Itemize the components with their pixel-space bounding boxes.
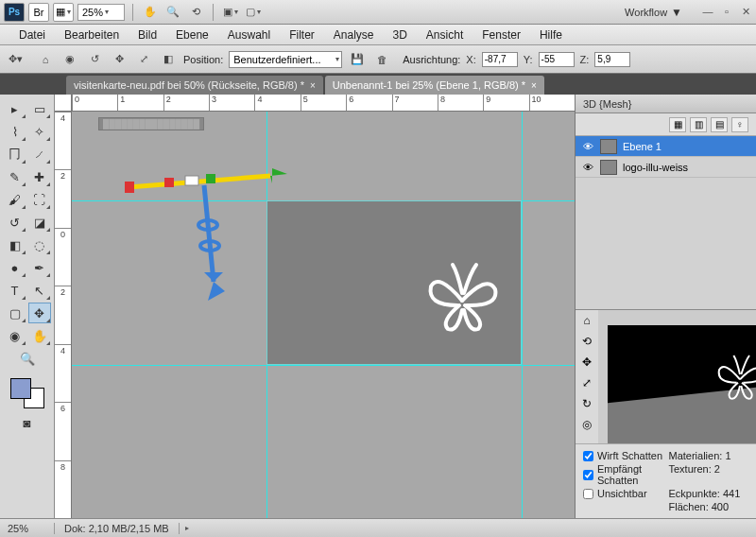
light-icon[interactable]: ♀ <box>731 117 748 132</box>
z-field[interactable]: 5,9 <box>594 52 630 67</box>
screenmode-icon[interactable]: ▢▾ <box>244 3 263 22</box>
preview-return-icon[interactable]: ⟲ <box>578 335 595 352</box>
menu-filter[interactable]: Filter <box>280 28 324 42</box>
app-bar: Ps Br ▦▾ 25%▾ ✋ 🔍 ⟲ ▣▾ ▢▾ Workflow ▼ — ▫… <box>0 0 756 25</box>
maximize-button[interactable]: ▫ <box>720 6 733 18</box>
stamp-tool[interactable]: ⛶ <box>28 189 51 210</box>
dodge-tool[interactable]: ● <box>4 257 26 278</box>
3d-manipulator[interactable] <box>119 159 289 320</box>
3d-preview[interactable] <box>598 310 756 443</box>
materials-count: Materialien: 1 <box>669 450 749 461</box>
preview-home-icon[interactable]: ⌂ <box>578 314 595 331</box>
menu-ansicht[interactable]: Ansicht <box>417 28 472 42</box>
eyedropper-tool[interactable]: ✎ <box>4 166 26 187</box>
panels-area: 3D {Mesh} ▦ ▥ ▤ ♀ 👁 Ebene 1 👁 logo-illu-… <box>575 95 756 518</box>
x-field[interactable]: -87,7 <box>482 52 518 67</box>
hand-tool[interactable]: ✋ <box>28 325 51 346</box>
status-menu-icon[interactable]: ▸ <box>180 524 195 532</box>
preview-scale-icon[interactable]: ⤢ <box>578 376 595 393</box>
heal-tool[interactable]: ✚ <box>28 166 51 187</box>
ruler-vertical[interactable]: 4202468 <box>55 112 72 518</box>
wand-tool[interactable]: ✧ <box>28 121 51 142</box>
save-icon[interactable]: 💾 <box>348 50 367 69</box>
preview-orbit-icon[interactable]: ◎ <box>578 418 595 435</box>
rotate-view-icon[interactable]: ⟲ <box>186 3 205 22</box>
visibility-icon[interactable]: 👁 <box>581 162 594 173</box>
document-tab[interactable]: visitenkarte-neu.pdf bei 50% (Rückseite,… <box>66 76 323 95</box>
current-tool-icon[interactable]: ✥▾ <box>6 50 25 69</box>
mesh-layer-row[interactable]: 👁 Ebene 1 <box>576 136 756 157</box>
preview-move-icon[interactable]: ✥ <box>578 355 595 372</box>
zoom-tool[interactable]: 🔍 <box>16 348 39 369</box>
crop-tool[interactable]: ⼌ <box>4 144 26 165</box>
mesh-layer-row[interactable]: 👁 logo-illu-weiss <box>576 157 756 178</box>
menu-3d[interactable]: 3D <box>384 28 417 42</box>
delete-icon[interactable]: 🗑 <box>372 50 391 69</box>
document-label: ████████████████ <box>98 117 204 130</box>
menu-datei[interactable]: Datei <box>9 28 55 42</box>
butterfly-artwork <box>420 253 505 338</box>
cast-shadow-checkbox[interactable]: Wirft Schatten <box>583 450 663 461</box>
arrange-icon[interactable]: ▣▾ <box>221 3 240 22</box>
receive-shadow-checkbox[interactable]: Empfängt Schatten <box>583 463 663 486</box>
marquee-tool[interactable]: ▭ <box>28 98 51 119</box>
menu-bild[interactable]: Bild <box>129 28 166 42</box>
preview-rotate-icon[interactable]: ↻ <box>578 397 595 414</box>
y-field[interactable]: -55 <box>539 52 575 67</box>
lasso-tool[interactable]: ⌇ <box>4 121 26 142</box>
move-tool[interactable]: ▸ <box>4 98 26 119</box>
hand-icon[interactable]: ✋ <box>141 3 160 22</box>
3d-camera-tool[interactable]: ◉ <box>4 325 26 346</box>
ruler-origin[interactable] <box>55 95 72 112</box>
pen-tool[interactable]: ✒ <box>28 257 51 278</box>
camera-icon[interactable]: ◉ <box>60 50 79 69</box>
scene-icon[interactable]: ▦ <box>669 117 686 132</box>
slice-tool[interactable]: ⟋ <box>28 144 51 165</box>
menu-ebene[interactable]: Ebene <box>166 28 218 42</box>
zoom-icon[interactable]: 🔍 <box>163 3 182 22</box>
quickmask-icon[interactable]: ◙ <box>16 412 39 433</box>
menu-fenster[interactable]: Fenster <box>472 28 530 42</box>
invisible-checkbox[interactable]: Unsichtbar <box>583 488 663 499</box>
menu-bearbeiten[interactable]: Bearbeiten <box>55 28 129 42</box>
ruler-horizontal[interactable]: 012345678910 <box>72 95 575 112</box>
type-tool[interactable]: T <box>4 280 26 301</box>
menu-analyse[interactable]: Analyse <box>324 28 384 42</box>
blur-tool[interactable]: ◌ <box>28 234 51 255</box>
brush-tool[interactable]: 🖌 <box>4 189 26 210</box>
cube-icon[interactable]: ◧ <box>159 50 178 69</box>
material-icon[interactable]: ▤ <box>711 117 728 132</box>
document-tab-bar: visitenkarte-neu.pdf bei 50% (Rückseite,… <box>0 74 756 95</box>
eraser-tool[interactable]: ◪ <box>28 212 51 233</box>
close-button[interactable]: ✕ <box>739 6 752 18</box>
menu-auswahl[interactable]: Auswahl <box>218 28 280 42</box>
shape-tool[interactable]: ▢ <box>4 303 26 323</box>
minimize-button[interactable]: — <box>701 6 714 18</box>
scale-3d-icon[interactable]: ⤢ <box>134 50 153 69</box>
return-icon[interactable]: ↺ <box>85 50 104 69</box>
filmstrip-icon[interactable]: ▦▾ <box>53 3 74 22</box>
gradient-tool[interactable]: ◧ <box>4 234 26 255</box>
position-combo[interactable]: Benutzerdefiniert... <box>229 51 342 68</box>
mesh-icon[interactable]: ▥ <box>690 117 707 132</box>
photoshop-icon[interactable]: Ps <box>4 3 25 22</box>
history-brush-tool[interactable]: ↺ <box>4 212 26 233</box>
zoom-level-combo[interactable]: 25%▾ <box>77 4 125 21</box>
panel-tab-3d-mesh[interactable]: 3D {Mesh} <box>576 95 756 113</box>
3d-tool[interactable]: ✥ <box>28 303 51 323</box>
close-icon[interactable]: × <box>310 80 316 91</box>
document-tab[interactable]: Unbenannt-1 bei 25% (Ebene 1, RGB/8) *× <box>325 76 544 95</box>
status-zoom[interactable]: 25% <box>0 523 55 534</box>
status-docsize[interactable]: Dok: 2,10 MB/2,15 MB <box>55 523 180 534</box>
svg-rect-2 <box>125 182 134 193</box>
home-view-icon[interactable]: ⌂ <box>36 50 55 69</box>
move-3d-icon[interactable]: ✥ <box>110 50 129 69</box>
visibility-icon[interactable]: 👁 <box>581 141 594 152</box>
bridge-icon[interactable]: Br <box>28 3 49 22</box>
canvas-area[interactable]: 012345678910 4202468 ████████████████ <box>55 95 575 518</box>
path-select-tool[interactable]: ↖ <box>28 280 51 301</box>
workspace-menu[interactable]: Workflow ▼ <box>619 6 688 19</box>
close-icon[interactable]: × <box>531 80 537 91</box>
menu-hilfe[interactable]: Hilfe <box>530 28 572 42</box>
color-swatches[interactable] <box>9 376 46 410</box>
